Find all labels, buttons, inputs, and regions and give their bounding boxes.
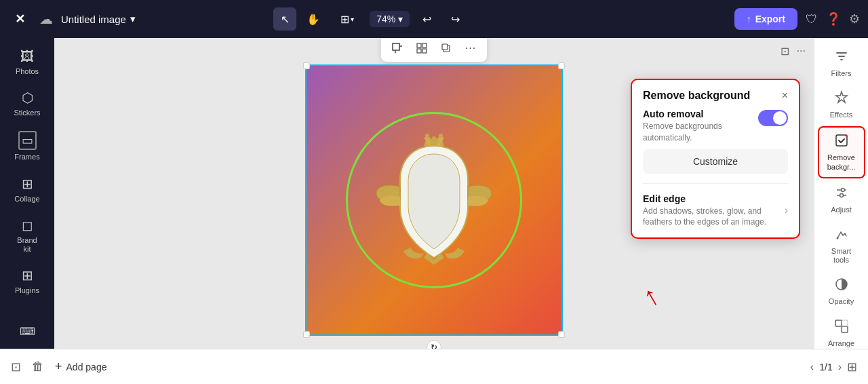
- document-title: Untitled image: [61, 14, 126, 25]
- right-sidebar-item-opacity[interactable]: Opacity: [818, 271, 865, 311]
- svg-rect-24: [835, 320, 842, 326]
- delete-page-button[interactable]: 🗑: [32, 360, 44, 374]
- shield-button[interactable]: 🛡: [806, 12, 818, 26]
- next-page-button[interactable]: ›: [838, 361, 842, 373]
- sidebar-item-keyboard[interactable]: ⌨: [3, 320, 51, 343]
- photos-icon: 🖼: [20, 49, 34, 64]
- zoom-level: 74%: [376, 14, 395, 24]
- ornament-image: [373, 132, 495, 268]
- svg-point-9: [425, 134, 429, 138]
- previous-page-button[interactable]: ‹: [810, 361, 814, 373]
- main-area: 🖼 Photos ⬡ Stickers ▭ Frames ⊞ Collage ◻…: [0, 38, 868, 349]
- image-toolbar: ···: [381, 38, 487, 62]
- frame-tool-button[interactable]: ⊞ ▾: [330, 7, 364, 31]
- auto-removal-toggle[interactable]: [758, 110, 788, 126]
- arrange-label: Arrange: [828, 339, 854, 348]
- edit-edge-text: Edit edge Add shadows, strokes, glow, an…: [643, 193, 785, 229]
- export-label: Export: [755, 14, 785, 24]
- svg-point-17: [841, 188, 844, 191]
- export-button[interactable]: ↑ Export: [734, 8, 797, 30]
- remove-bg-label: Removebackgr...: [827, 153, 856, 171]
- redo-button[interactable]: ↪: [443, 7, 467, 31]
- add-icon: +: [55, 360, 62, 374]
- panel-close-button[interactable]: ×: [782, 90, 788, 102]
- auto-removal-row: Auto removal Remove backgrounds automati…: [643, 109, 788, 144]
- auto-removal-section: Auto removal Remove backgrounds automati…: [632, 109, 799, 183]
- svg-rect-0: [393, 43, 399, 50]
- zoom-control[interactable]: 74% ▾: [370, 11, 410, 27]
- edit-edge-row[interactable]: Edit edge Add shadows, strokes, glow, an…: [632, 184, 799, 238]
- panel-title: Remove background: [643, 90, 750, 102]
- add-page-label: Add page: [66, 362, 107, 372]
- opacity-label: Opacity: [829, 297, 854, 306]
- customize-button[interactable]: Customize: [643, 149, 788, 174]
- auto-removal-title: Auto removal: [643, 109, 758, 119]
- right-sidebar-item-remove-bg[interactable]: Removebackgr...: [818, 126, 865, 178]
- bottom-right: ‹ 1/1 › ⊞: [810, 360, 857, 375]
- edit-edge-title: Edit edge: [643, 193, 785, 204]
- crop-button[interactable]: [388, 39, 407, 58]
- logo-button[interactable]: ✕: [8, 7, 31, 31]
- title-area: Untitled image ▾: [61, 13, 136, 25]
- more-options-button[interactable]: ···: [461, 39, 480, 58]
- right-sidebar-item-filters[interactable]: Filters: [818, 43, 865, 83]
- canvas-image-container[interactable]: ···: [305, 64, 563, 336]
- add-page-button[interactable]: + Add page: [55, 360, 106, 374]
- rotate-handle[interactable]: ↻: [427, 340, 441, 349]
- circle-border: [346, 112, 522, 288]
- pointer-tool-button[interactable]: ↖: [273, 7, 296, 31]
- cloud-save-button[interactable]: ☁: [39, 11, 53, 27]
- logo-icon: ✕: [15, 12, 24, 26]
- svg-rect-3: [417, 43, 421, 47]
- expand-button[interactable]: ⊞: [847, 360, 857, 375]
- svg-rect-6: [422, 49, 427, 53]
- sidebar-item-collage[interactable]: ⊞ Collage: [3, 170, 51, 209]
- sidebar-item-frames[interactable]: ▭ Frames: [3, 126, 51, 167]
- plugins-icon: ⊞: [22, 267, 33, 284]
- right-sidebar-item-effects[interactable]: Effects: [818, 85, 865, 125]
- title-chevron-icon: ▾: [130, 13, 136, 25]
- sidebar-item-stickers[interactable]: ⬡ Stickers: [3, 84, 51, 123]
- right-sidebar-item-arrange[interactable]: Arrange: [818, 313, 865, 349]
- topbar-center-tools: ↖ ✋ ⊞ ▾ 74% ▾ ↩ ↪: [273, 7, 467, 31]
- remove-bg-panel: Remove background × Auto removal Remove …: [631, 79, 800, 239]
- copy-button[interactable]: [437, 39, 456, 58]
- zoom-chevron-icon: ▾: [398, 14, 403, 24]
- keyboard-icon: ⌨: [20, 325, 35, 338]
- svg-rect-4: [422, 43, 427, 47]
- sidebar-item-plugins[interactable]: ⊞ Plugins: [3, 262, 51, 301]
- undo-button[interactable]: ↩: [415, 7, 438, 31]
- adjust-label: Adjust: [831, 206, 852, 214]
- page-indicator: 1/1: [819, 362, 832, 372]
- sidebar-item-photos[interactable]: 🖼 Photos: [3, 43, 51, 81]
- hand-tool-button[interactable]: ✋: [302, 7, 325, 31]
- right-sidebar: Filters Effects Removebackgr...: [814, 38, 868, 349]
- canvas-area: Page 1 ⊡ ···: [54, 38, 814, 349]
- edit-edge-chevron-icon: ›: [785, 204, 788, 216]
- smart-tools-label: Smarttools: [831, 247, 851, 265]
- svg-point-20: [840, 193, 843, 197]
- arrow-annotation: ↑: [637, 280, 665, 313]
- auto-removal-desc: Remove backgrounds automatically.: [643, 121, 758, 144]
- canvas-image[interactable]: [305, 64, 563, 336]
- right-sidebar-item-smart-tools[interactable]: Smarttools: [818, 221, 865, 270]
- export-icon: ↑: [747, 14, 751, 24]
- sidebar-item-brand-kit[interactable]: ◻ Brandkit: [3, 212, 51, 259]
- right-sidebar-item-adjust[interactable]: Adjust: [818, 180, 865, 220]
- svg-point-22: [836, 237, 838, 239]
- canvas-more-button[interactable]: ···: [797, 45, 806, 57]
- svg-rect-25: [842, 326, 848, 332]
- page-thumbnail-button[interactable]: ⊡: [11, 360, 21, 375]
- settings-button[interactable]: ⚙: [849, 12, 860, 26]
- left-sidebar: 🖼 Photos ⬡ Stickers ▭ Frames ⊞ Collage ◻…: [0, 38, 54, 349]
- smart-tools-icon: [834, 227, 849, 245]
- canvas-fit-button[interactable]: ⊡: [781, 45, 789, 58]
- help-button[interactable]: ❓: [826, 12, 841, 26]
- remove-bg-icon: [834, 133, 849, 151]
- collage-icon: ⊞: [22, 176, 33, 192]
- svg-point-10: [432, 136, 436, 140]
- grid-button[interactable]: [412, 39, 431, 58]
- panel-header: Remove background ×: [632, 80, 799, 109]
- svg-rect-13: [836, 135, 847, 146]
- bottom-bar: ⊡ 🗑 + Add page ‹ 1/1 › ⊞: [0, 349, 868, 384]
